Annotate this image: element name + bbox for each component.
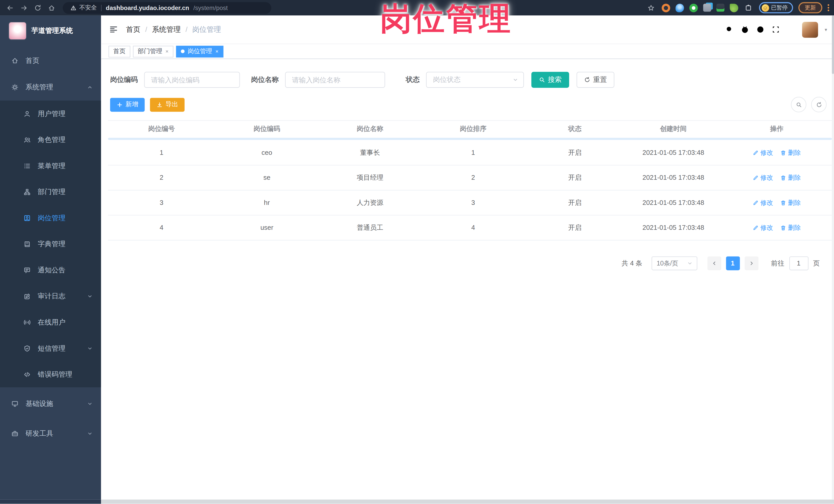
paused-label: 已暂停 [771,4,788,12]
breadcrumb-system[interactable]: 系统管理 [152,25,181,34]
delete-link[interactable]: 删除 [781,148,801,157]
sidebar-item-dev-tools[interactable]: 研发工具 [0,420,101,447]
search-button[interactable]: 搜索 [531,72,569,88]
scrollbar-thumb[interactable] [832,16,834,74]
font-size-icon[interactable] [787,25,796,34]
edit-link[interactable]: 修改 [753,198,773,207]
edit-link-label: 修改 [760,198,773,207]
edit-link-label: 修改 [760,148,773,157]
post-name-input[interactable] [285,72,385,88]
sidebar-item-label: 审计日志 [38,291,65,301]
bookmark-star-icon[interactable] [646,3,656,13]
sidebar-item-sms[interactable]: 短信管理 [0,335,101,361]
delete-link-label: 删除 [788,173,801,182]
sidebar-item-online-users[interactable]: 在线用户 [0,309,101,335]
reset-button[interactable]: 重置 [576,72,614,88]
tab-posts[interactable]: 岗位管理 × [176,45,223,57]
sidebar-item-label: 短信管理 [38,344,65,353]
status-select-placeholder: 岗位状态 [433,75,461,85]
address-bar[interactable]: 不安全 dashboard.yudao.iocoder.cn/system/po… [63,2,271,14]
post-code-label: 岗位编码 [110,75,138,85]
sidebar-toggle-button[interactable] [101,25,126,34]
sidebar-item-menus[interactable]: 菜单管理 [0,153,101,179]
refresh-table-button[interactable] [811,97,827,112]
browser-forward-button[interactable] [19,3,29,13]
tab-label: 部门管理 [138,47,162,55]
sidebar-item-home[interactable]: 首页 [0,47,101,74]
chevron-down-icon [87,293,93,299]
cell-post-code: ceo [215,149,319,156]
column-header: 创建时间 [625,124,722,133]
delete-link[interactable]: 删除 [781,223,801,232]
cell-post-status: 开启 [525,173,625,182]
close-icon[interactable]: × [165,48,169,54]
prev-page-button[interactable] [707,257,721,270]
page-number-button[interactable]: 1 [726,257,740,270]
user-avatar[interactable] [803,22,818,38]
tab-home[interactable]: 首页 [109,45,130,57]
sidebar-item-error-codes[interactable]: 错误码管理 [0,361,101,388]
security-status[interactable]: 不安全 [70,4,97,12]
fullscreen-icon[interactable] [772,25,781,34]
sidebar-item-system[interactable]: 系统管理 [0,74,101,101]
status-select[interactable]: 岗位状态 [426,72,524,88]
app-title: 芋道管理系统 [31,26,73,36]
help-icon[interactable] [756,25,765,34]
add-button-label: 新增 [126,100,138,109]
edit-link-label: 修改 [760,223,773,232]
edit-link[interactable]: 修改 [753,223,773,232]
extension-green-check-icon[interactable] [689,3,698,12]
extension-gif-icon[interactable] [716,4,724,12]
extension-orange-icon[interactable] [661,3,670,12]
users-icon [23,136,31,143]
edit-link[interactable]: 修改 [753,148,773,157]
close-icon[interactable]: × [215,48,218,54]
avatar-caret-icon[interactable]: ▾ [825,27,827,32]
tab-departments[interactable]: 部门管理 × [133,45,173,57]
add-button[interactable]: 新增 [110,97,145,111]
extension-gray-dot-icon[interactable] [703,4,711,12]
browser-update-button[interactable]: 更新 [798,2,822,13]
book-icon [23,240,31,248]
sidebar-item-infrastructure[interactable]: 基础设施 [0,391,101,417]
delete-link[interactable]: 删除 [781,173,801,182]
delete-link[interactable]: 删除 [781,198,801,207]
sidebar-item-dict[interactable]: 字典管理 [0,231,101,257]
sidebar-item-users[interactable]: 用户管理 [0,101,101,127]
column-header: 岗位编码 [215,124,319,133]
page-scrollbar[interactable] [832,16,834,500]
trash-icon [781,175,787,181]
page-size-select[interactable]: 10条/页 [651,257,697,270]
cell-post-sort: 3 [421,199,525,206]
sidebar-item-audit-log[interactable]: 审计日志 [0,283,101,309]
post-name-label: 岗位名称 [251,75,279,85]
sidebar-item-notice[interactable]: 通知公告 [0,257,101,283]
browser-back-button[interactable] [5,3,15,13]
search-icon[interactable] [725,25,734,34]
edit-link[interactable]: 修改 [753,173,773,182]
app-brand[interactable]: 芋道管理系统 [0,16,101,40]
github-icon[interactable] [741,25,749,34]
url-host: dashboard.yudao.iocoder.cn [106,5,189,11]
update-label: 更新 [805,4,816,12]
extensions-puzzle-icon[interactable] [743,3,753,13]
extension-leaf-icon[interactable] [729,3,738,12]
goto-page-input[interactable] [789,257,808,270]
browser-menu-icon[interactable] [828,4,829,11]
table-scroll-strip[interactable] [108,138,832,140]
sidebar-item-posts[interactable]: 岗位管理 [0,205,101,231]
browser-home-button[interactable] [46,3,56,13]
breadcrumb-home[interactable]: 首页 [126,25,140,34]
sidebar-item-departments[interactable]: 部门管理 [0,179,101,205]
next-page-button[interactable] [744,257,758,270]
extension-blue-pin-icon[interactable] [675,3,684,12]
sidebar-item-roles[interactable]: 角色管理 [0,127,101,153]
cell-post-id: 3 [108,199,215,206]
toggle-search-button[interactable] [791,97,806,112]
export-button[interactable]: 导出 [150,97,184,111]
extension-paused-badge[interactable]: ☺ 已暂停 [759,2,793,13]
pencil-icon [753,200,759,206]
browser-reload-button[interactable] [32,3,42,13]
tab-label: 首页 [113,47,126,55]
post-code-input[interactable] [144,72,240,88]
